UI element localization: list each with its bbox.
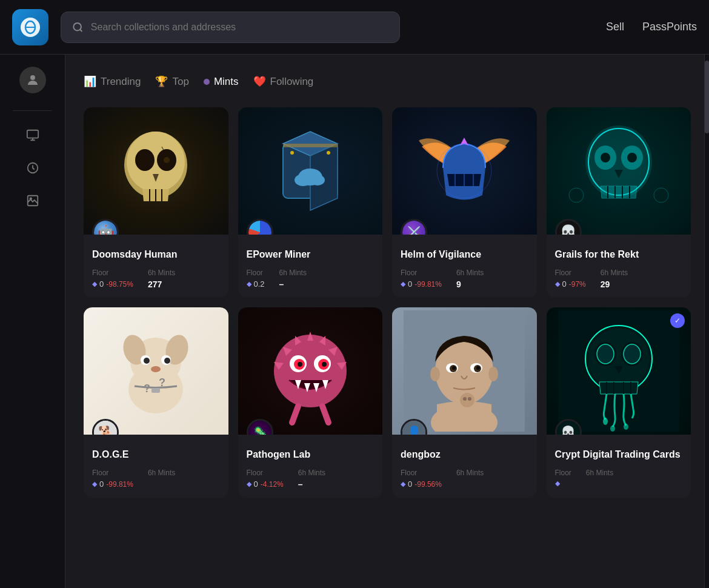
mints-label: 6h Mints xyxy=(456,269,484,277)
header-nav: Sell PassPoints xyxy=(606,21,697,33)
svg-point-4 xyxy=(30,75,35,80)
svg-point-3 xyxy=(73,22,81,30)
floor-value: ◆ 0 -97% xyxy=(555,279,586,289)
floor-value: ◆ xyxy=(555,479,571,487)
mints-dot-icon xyxy=(204,79,210,85)
top-label: Top xyxy=(172,76,188,88)
mints-value: 29 xyxy=(601,279,628,289)
card-doomsday-human[interactable]: 🤖 Doomsday Human Floor ◆ 0 -98.75% xyxy=(84,107,228,298)
right-scrollbar[interactable] xyxy=(704,55,709,588)
search-input[interactable] xyxy=(91,22,388,33)
card-crypt-digital[interactable]: ✓ 💀 Crypt Digital Trading Cards Floor ◆ xyxy=(547,307,691,498)
chat-sidebar-icon[interactable] xyxy=(19,122,46,149)
svg-point-84 xyxy=(468,397,471,401)
tab-trending[interactable]: 📊 Trending xyxy=(84,73,141,90)
card-title: Grails for the Rekt xyxy=(555,249,683,260)
floor-label: Floor xyxy=(92,469,133,477)
scroll-thumb[interactable] xyxy=(705,61,709,133)
svg-point-21 xyxy=(295,174,311,186)
svg-rect-54 xyxy=(151,388,160,393)
svg-point-78 xyxy=(452,366,456,370)
sidebar-divider xyxy=(13,110,52,111)
logo[interactable] xyxy=(12,9,48,45)
svg-point-49 xyxy=(144,358,150,364)
search-icon xyxy=(72,21,84,33)
mints-value: – xyxy=(279,279,307,289)
mints-value: 9 xyxy=(456,279,484,289)
card-title: Crypt Digital Trading Cards xyxy=(555,449,683,460)
sell-link[interactable]: Sell xyxy=(606,21,624,33)
svg-point-36 xyxy=(627,153,637,162)
following-label: Following xyxy=(270,76,314,88)
svg-point-83 xyxy=(463,397,467,401)
svg-point-22 xyxy=(310,175,325,185)
svg-text:?: ? xyxy=(144,383,150,395)
floor-label: Floor xyxy=(92,269,133,277)
svg-point-91 xyxy=(624,344,641,364)
mints-label: 6h Mints xyxy=(298,469,325,477)
tab-top[interactable]: 🏆 Top xyxy=(155,73,188,90)
svg-rect-25 xyxy=(283,144,338,147)
card-title: Helm of Vigilance xyxy=(401,249,528,260)
card-dengboz[interactable]: 👤 dengboz Floor ◆ 0 -99.56% xyxy=(392,307,537,498)
floor-label: Floor xyxy=(401,269,442,277)
svg-point-35 xyxy=(601,153,610,162)
card-grails-for-rekt[interactable]: 💀 Grails for the Rekt Floor ◆ 0 -97% xyxy=(547,107,691,298)
collections-grid: 🤖 Doomsday Human Floor ◆ 0 -98.75% xyxy=(84,107,691,498)
svg-point-50 xyxy=(164,358,170,364)
floor-value: ◆ 0 -99.81% xyxy=(92,479,133,489)
floor-value: ◆ 0 -99.81% xyxy=(401,279,442,289)
tab-following[interactable]: ❤️ Following xyxy=(253,73,314,90)
user-avatar[interactable] xyxy=(19,67,46,93)
svg-point-67 xyxy=(298,362,302,367)
mints-label: 6h Mints xyxy=(279,269,307,277)
svg-point-53 xyxy=(151,366,161,372)
dengboz-art xyxy=(404,310,525,432)
svg-point-8 xyxy=(30,198,32,199)
card-epower-miner[interactable]: EPower Miner Floor ◆ 0.2 6h Mints – xyxy=(238,107,383,298)
svg-point-81 xyxy=(488,367,498,381)
mints-label: 6h Mints xyxy=(148,469,175,477)
svg-point-16 xyxy=(164,157,170,163)
svg-line-70 xyxy=(322,406,328,423)
gallery-sidebar-icon[interactable] xyxy=(19,187,46,214)
floor-label: Floor xyxy=(247,269,265,277)
floor-label: Floor xyxy=(555,269,586,277)
svg-point-41 xyxy=(569,188,584,202)
trending-icon: 📊 xyxy=(84,75,96,88)
helm-art xyxy=(404,110,525,232)
card-pathogen-lab[interactable]: 🦠 Pathogen Lab Floor ◆ 0 -4.12% xyxy=(238,307,383,498)
card-helm-of-vigilance[interactable]: ⚔️ Helm of Vigilance Floor ◆ 0 -99.81% xyxy=(392,107,537,298)
svg-line-69 xyxy=(292,406,298,423)
card-doge[interactable]: ? ? 🐕 D.O.G.E xyxy=(84,307,228,498)
mints-value: 277 xyxy=(148,279,175,289)
floor-value: ◆ 0 -4.12% xyxy=(247,479,284,489)
passpoints-link[interactable]: PassPoints xyxy=(642,21,697,33)
floor-value: ◆ 0.2 xyxy=(247,279,265,289)
filter-tabs: 📊 Trending 🏆 Top Mints ❤️ Following xyxy=(84,73,691,90)
svg-rect-5 xyxy=(27,130,38,138)
verified-badge: ✓ xyxy=(670,313,685,328)
svg-point-97 xyxy=(610,426,615,432)
card-title: EPower Miner xyxy=(247,249,374,260)
card-title: D.O.G.E xyxy=(92,449,220,460)
search-bar[interactable] xyxy=(61,12,400,43)
tab-mints[interactable]: Mints xyxy=(204,73,239,90)
clock-sidebar-icon[interactable] xyxy=(19,155,46,181)
card-title: Pathogen Lab xyxy=(247,449,374,460)
floor-label: Floor xyxy=(247,469,284,477)
svg-point-79 xyxy=(476,366,480,370)
top-icon: 🏆 xyxy=(155,75,168,88)
svg-point-90 xyxy=(597,344,614,364)
doomsday-art xyxy=(101,116,210,226)
crypt-art xyxy=(558,310,679,432)
svg-point-11 xyxy=(135,149,155,171)
main-layout: 📊 Trending 🏆 Top Mints ❤️ Following xyxy=(0,55,709,588)
doge-art: ? ? xyxy=(95,310,216,432)
svg-point-23 xyxy=(290,151,294,155)
mints-label: 6h Mints xyxy=(586,469,613,477)
card-title: Doomsday Human xyxy=(92,249,220,260)
floor-label: Floor xyxy=(555,469,571,477)
svg-point-24 xyxy=(327,151,330,155)
svg-point-82 xyxy=(460,393,474,407)
